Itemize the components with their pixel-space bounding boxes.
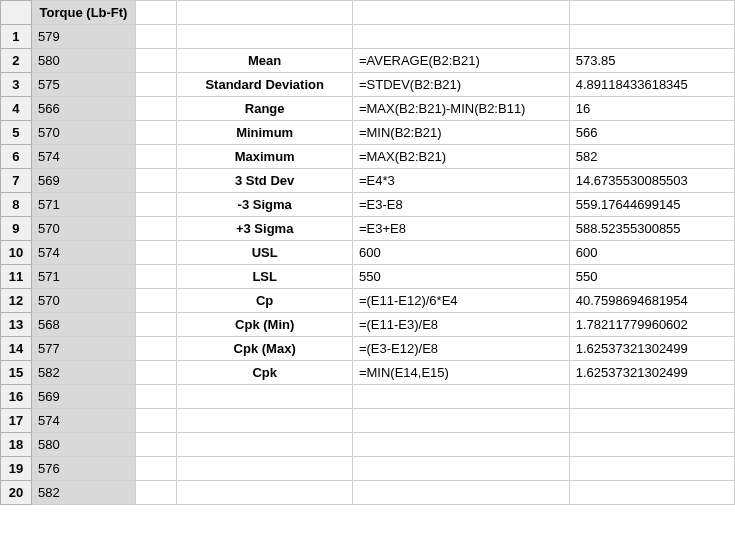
row-number[interactable]: 13 [1, 313, 32, 337]
result-cell[interactable]: 40.7598694681954 [569, 289, 734, 313]
torque-cell[interactable]: 574 [31, 241, 135, 265]
result-cell[interactable] [569, 433, 734, 457]
row-number[interactable]: 17 [1, 409, 32, 433]
torque-cell[interactable]: 579 [31, 25, 135, 49]
stat-label-cell[interactable] [177, 409, 353, 433]
blank-cell[interactable] [136, 97, 177, 121]
torque-cell[interactable]: 569 [31, 385, 135, 409]
formula-cell[interactable] [352, 409, 569, 433]
row-number[interactable]: 12 [1, 289, 32, 313]
row-number[interactable]: 19 [1, 457, 32, 481]
stat-label-cell[interactable]: Minimum [177, 121, 353, 145]
row-number[interactable]: 1 [1, 25, 32, 49]
result-cell[interactable]: 573.85 [569, 49, 734, 73]
formula-cell[interactable]: =MAX(B2:B21)-MIN(B2:B11) [352, 97, 569, 121]
blank-cell[interactable] [136, 241, 177, 265]
torque-cell[interactable]: 571 [31, 265, 135, 289]
stat-label-cell[interactable]: Range [177, 97, 353, 121]
blank-cell[interactable] [136, 25, 177, 49]
stat-label-cell[interactable]: USL [177, 241, 353, 265]
row-number[interactable]: 3 [1, 73, 32, 97]
blank-cell[interactable] [136, 145, 177, 169]
formula-cell[interactable]: 600 [352, 241, 569, 265]
formula-cell[interactable] [352, 385, 569, 409]
blank-cell[interactable] [136, 361, 177, 385]
stat-label-cell[interactable]: Standard Deviation [177, 73, 353, 97]
result-cell[interactable] [569, 481, 734, 505]
torque-cell[interactable]: 570 [31, 217, 135, 241]
stat-label-cell[interactable]: +3 Sigma [177, 217, 353, 241]
blank-cell[interactable] [136, 49, 177, 73]
result-cell[interactable] [569, 385, 734, 409]
result-cell[interactable] [569, 409, 734, 433]
stat-label-cell[interactable] [177, 385, 353, 409]
blank-cell[interactable] [136, 385, 177, 409]
formula-cell[interactable]: =(E3-E12)/E8 [352, 337, 569, 361]
formula-cell[interactable]: =AVERAGE(B2:B21) [352, 49, 569, 73]
stat-label-cell[interactable]: Cp [177, 289, 353, 313]
formula-cell[interactable]: =STDEV(B2:B21) [352, 73, 569, 97]
torque-cell[interactable]: 577 [31, 337, 135, 361]
blank-header[interactable] [136, 1, 177, 25]
formula-header[interactable] [352, 1, 569, 25]
result-cell[interactable]: 582 [569, 145, 734, 169]
row-number[interactable]: 16 [1, 385, 32, 409]
formula-cell[interactable]: 550 [352, 265, 569, 289]
result-cell[interactable]: 1.78211779960602 [569, 313, 734, 337]
stat-label-cell[interactable]: LSL [177, 265, 353, 289]
row-number[interactable]: 8 [1, 193, 32, 217]
row-number[interactable]: 9 [1, 217, 32, 241]
result-cell[interactable]: 550 [569, 265, 734, 289]
torque-cell[interactable]: 580 [31, 49, 135, 73]
blank-cell[interactable] [136, 433, 177, 457]
result-cell[interactable]: 1.62537321302499 [569, 337, 734, 361]
stat-label-cell[interactable]: 3 Std Dev [177, 169, 353, 193]
label-header[interactable] [177, 1, 353, 25]
blank-cell[interactable] [136, 289, 177, 313]
row-number[interactable]: 18 [1, 433, 32, 457]
formula-cell[interactable] [352, 433, 569, 457]
stat-label-cell[interactable]: -3 Sigma [177, 193, 353, 217]
row-number[interactable]: 15 [1, 361, 32, 385]
formula-cell[interactable]: =MIN(E14,E15) [352, 361, 569, 385]
torque-cell[interactable]: 582 [31, 481, 135, 505]
blank-cell[interactable] [136, 73, 177, 97]
stat-label-cell[interactable]: Mean [177, 49, 353, 73]
row-number[interactable]: 14 [1, 337, 32, 361]
stat-label-cell[interactable]: Cpk (Max) [177, 337, 353, 361]
torque-header[interactable]: Torque (Lb-Ft) [31, 1, 135, 25]
torque-cell[interactable]: 574 [31, 145, 135, 169]
formula-cell[interactable]: =(E11-E12)/6*E4 [352, 289, 569, 313]
formula-cell[interactable] [352, 481, 569, 505]
row-number[interactable]: 4 [1, 97, 32, 121]
stat-label-cell[interactable] [177, 25, 353, 49]
row-number[interactable]: 6 [1, 145, 32, 169]
torque-cell[interactable]: 576 [31, 457, 135, 481]
row-number[interactable]: 11 [1, 265, 32, 289]
stat-label-cell[interactable] [177, 433, 353, 457]
result-cell[interactable]: 14.6735530085503 [569, 169, 734, 193]
torque-cell[interactable]: 580 [31, 433, 135, 457]
blank-cell[interactable] [136, 313, 177, 337]
result-cell[interactable]: 4.89118433618345 [569, 73, 734, 97]
row-number[interactable]: 20 [1, 481, 32, 505]
result-cell[interactable] [569, 457, 734, 481]
torque-cell[interactable]: 569 [31, 169, 135, 193]
result-header[interactable] [569, 1, 734, 25]
row-number[interactable]: 5 [1, 121, 32, 145]
row-number[interactable]: 2 [1, 49, 32, 73]
stat-label-cell[interactable] [177, 481, 353, 505]
blank-cell[interactable] [136, 457, 177, 481]
blank-cell[interactable] [136, 121, 177, 145]
torque-cell[interactable]: 571 [31, 193, 135, 217]
result-cell[interactable]: 1.62537321302499 [569, 361, 734, 385]
result-cell[interactable] [569, 25, 734, 49]
torque-cell[interactable]: 574 [31, 409, 135, 433]
torque-cell[interactable]: 568 [31, 313, 135, 337]
blank-cell[interactable] [136, 265, 177, 289]
result-cell[interactable]: 600 [569, 241, 734, 265]
formula-cell[interactable] [352, 25, 569, 49]
blank-cell[interactable] [136, 409, 177, 433]
row-number[interactable]: 7 [1, 169, 32, 193]
blank-cell[interactable] [136, 481, 177, 505]
